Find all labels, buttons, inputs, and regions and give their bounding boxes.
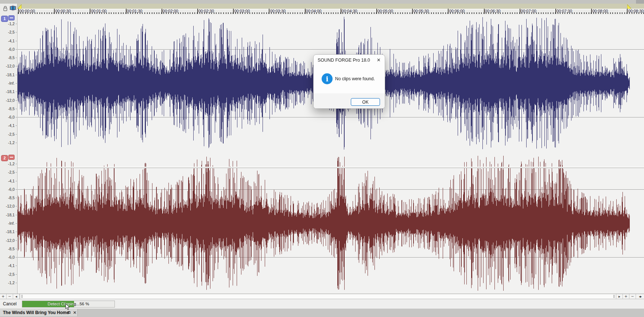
db-label: -1,2 — [0, 140, 15, 145]
db-tick — [16, 283, 17, 283]
ruler-time-label: 00:07:30 — [556, 9, 572, 13]
ruler-minor-ticks — [18, 12, 644, 14]
ruler-major-tick — [90, 9, 90, 14]
ruler-major-tick — [520, 9, 520, 14]
document-tab-title: The Winds Will Bring You Home — [3, 310, 69, 315]
ruler-major-tick — [197, 9, 198, 14]
channel-divider-line[interactable] — [18, 167, 644, 168]
zoom-fit-button[interactable]: ◂▸ — [636, 294, 644, 299]
zoom-out-button-right[interactable]: − — [629, 294, 636, 299]
message-dialog: SOUND FORGE Pro 18.0 ✕ i No clips were f… — [313, 54, 385, 109]
db-label: -Inf. — [0, 81, 15, 85]
document-tab[interactable]: The Winds Will Bring You Home ⧉ ✕ — [0, 309, 78, 316]
db-tick — [16, 257, 17, 258]
db-label: -18,1 — [0, 213, 15, 217]
dialog-close-icon[interactable]: ✕ — [377, 57, 381, 63]
db-tick — [16, 109, 17, 109]
db-tick — [16, 215, 17, 215]
thumb-grip — [614, 295, 615, 298]
db-label: -12,0 — [0, 204, 15, 208]
timeline-ruler[interactable]: 00:00:0000:00:3000:01:0000:01:3000:02:00… — [18, 9, 644, 15]
db-tick — [16, 75, 17, 75]
db-label: -2,5 — [0, 170, 15, 174]
db-tick — [16, 117, 17, 117]
channel-1-minimize-button[interactable] — [8, 15, 15, 20]
scroll-right-arrow[interactable]: ▸ — [616, 294, 622, 299]
db-label: -2,5 — [0, 272, 15, 277]
thumb-grip — [613, 295, 614, 298]
top-right-corner-block — [636, 0, 644, 4]
db-label: -18,1 — [0, 73, 15, 77]
db-tick — [16, 32, 17, 32]
zoom-in-button-right[interactable]: + — [622, 294, 629, 299]
db-label: -18,1 — [0, 89, 15, 94]
ruler-major-tick — [54, 9, 55, 14]
ruler-major-tick — [126, 9, 127, 14]
ruler-time-label: 00:05:00 — [377, 9, 393, 13]
channel-2-badge[interactable]: 2 — [1, 155, 8, 161]
ruler-major-tick — [484, 9, 485, 14]
db-tick — [16, 266, 17, 266]
ruler-major-tick — [627, 9, 628, 14]
tab-restore-icon[interactable]: ⧉ — [68, 310, 71, 315]
ruler-major-tick — [555, 9, 556, 14]
db-tick — [16, 240, 17, 241]
db-label: -1,2 — [0, 281, 15, 285]
ruler-time-label: 00:01:30 — [127, 9, 143, 13]
db-tick — [16, 274, 17, 275]
db-tick — [16, 198, 17, 198]
ruler-major-tick — [341, 9, 341, 14]
ruler-major-tick — [448, 9, 449, 14]
db-tick — [16, 66, 17, 66]
ruler-time-label: 00:02:30 — [198, 9, 214, 13]
ruler-time-label: 00:04:30 — [342, 9, 357, 13]
ruler-time-label: 00:08:00 — [592, 9, 608, 13]
db-tick — [16, 92, 17, 92]
ruler-time-label: 00:07:00 — [521, 9, 536, 13]
db-label: -6,0 — [0, 255, 15, 259]
db-label: -12,0 — [0, 238, 15, 243]
db-label: -8,5 — [0, 55, 15, 60]
ok-button[interactable]: OK — [351, 98, 380, 106]
db-label: -4,1 — [0, 39, 15, 43]
loop-start-marker[interactable] — [18, 4, 22, 9]
tab-close-icon[interactable]: ✕ — [73, 310, 77, 315]
ruler-time-label: 00:06:00 — [449, 9, 465, 13]
ruler-major-tick — [376, 9, 377, 14]
ruler-time-label: 00:00:30 — [55, 9, 71, 13]
loop-end-marker[interactable] — [627, 4, 631, 9]
zoom-out-button-left[interactable]: − — [7, 294, 13, 299]
db-label: -8,5 — [0, 247, 15, 251]
ruler-time-label: 00:06:30 — [485, 9, 501, 13]
scroll-left-arrow[interactable]: ◂ — [13, 294, 20, 299]
ruler-time-label: 00:08:30 — [628, 9, 644, 13]
db-label: -12,0 — [0, 98, 15, 103]
ruler-time-label: 00:00:00 — [19, 9, 35, 13]
db-tick — [16, 172, 17, 173]
mouse-cursor — [65, 304, 70, 310]
thumb-grip — [21, 295, 22, 298]
ruler-major-tick — [305, 9, 306, 14]
channel-2-minimize-button[interactable] — [8, 155, 15, 160]
ruler-major-tick — [412, 9, 413, 14]
db-label: -6,0 — [0, 187, 15, 192]
db-tick — [16, 100, 17, 101]
top-strip — [0, 0, 644, 4]
db-tick — [16, 41, 17, 41]
cancel-button[interactable]: Cancel — [3, 301, 16, 306]
loop-region-bar[interactable] — [18, 4, 644, 9]
edit-tool-icon[interactable] — [9, 5, 16, 11]
scrollbar-thumb[interactable] — [20, 294, 616, 299]
db-tick — [16, 164, 17, 164]
lock-icon[interactable] — [3, 6, 8, 11]
ruler-time-label: 00:03:30 — [270, 9, 286, 13]
zoom-in-button-left[interactable]: + — [0, 294, 7, 299]
db-tick — [16, 181, 17, 181]
channel-1-badge[interactable]: 1 — [1, 16, 8, 22]
ruler-time-label: 00:04:00 — [306, 9, 322, 13]
db-label: -1,2 — [0, 22, 15, 26]
db-label: -4,1 — [0, 263, 15, 268]
thumb-grip — [22, 295, 23, 298]
document-tab-bar: The Winds Will Bring You Home ⧉ ✕ — [0, 309, 644, 317]
ruler-major-tick — [233, 9, 234, 14]
